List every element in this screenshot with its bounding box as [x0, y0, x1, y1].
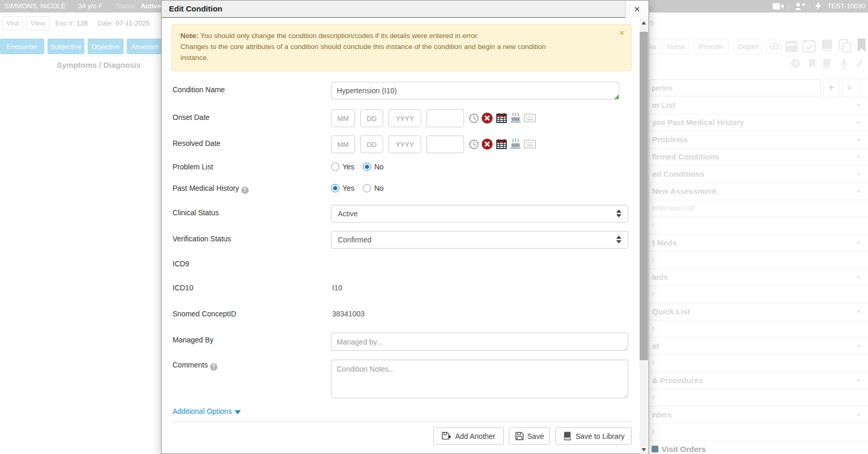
sidebar-item[interactable]: m List	[649, 97, 868, 114]
onset-age-input[interactable]	[426, 109, 464, 127]
sidebar-item[interactable]: r	[649, 321, 868, 338]
encounter-date: Date: 07-11-2025	[97, 19, 150, 27]
bookmark-icon[interactable]	[807, 58, 817, 69]
pmh-no-radio[interactable]	[363, 184, 371, 192]
onset-yyyy-input[interactable]	[388, 109, 421, 127]
calendar-icon[interactable]	[496, 113, 507, 123]
help-icon[interactable]: ?	[210, 363, 217, 371]
sidebar-item[interactable]: r	[649, 252, 868, 269]
pencil-icon[interactable]	[854, 58, 865, 69]
help-icon[interactable]: ?	[790, 58, 801, 69]
sidebar-item[interactable]: New Assessment	[649, 183, 868, 200]
video-camera-icon[interactable]	[773, 3, 784, 10]
tab-provider[interactable]: Provider	[694, 39, 729, 54]
orders-icon	[652, 446, 658, 452]
sidebar-item[interactable]: r	[649, 286, 868, 303]
tab-assessment[interactable]: Assessm	[127, 39, 163, 54]
resolved-dd-input[interactable]	[360, 136, 383, 153]
partial-button[interactable]	[861, 78, 868, 97]
sidebar-item[interactable]: yee Past Medical History	[649, 114, 868, 131]
sidebar-item[interactable]: st	[649, 338, 868, 355]
topbar-divider: |	[809, 2, 811, 10]
clear-date-icon[interactable]	[482, 113, 493, 124]
resolved-age-input[interactable]	[426, 136, 464, 153]
scroll-up-button[interactable]	[640, 18, 648, 27]
bookmark-icon[interactable]	[857, 39, 866, 53]
sidebar-item[interactable]: r	[649, 389, 868, 407]
sidebar-item-visit-orders[interactable]: Visit Orders	[649, 441, 868, 454]
lightning-bolt-icon[interactable]	[815, 2, 822, 10]
comments-textarea[interactable]	[331, 360, 628, 398]
collapse-all-button[interactable]: »	[842, 78, 858, 97]
save-button[interactable]: Save	[509, 427, 550, 445]
topbar-divider: |	[788, 2, 789, 10]
archive-box-icon[interactable]	[785, 40, 798, 53]
sidebar-item[interactable]: Quick List	[649, 303, 868, 321]
calendar-check-icon[interactable]	[802, 39, 816, 53]
additional-options-link[interactable]: Additional Options	[173, 407, 241, 415]
condition-name-input[interactable]	[331, 82, 619, 100]
view-button[interactable]: View	[26, 16, 50, 30]
sidebar-item[interactable]: r	[649, 424, 868, 441]
calendar-icon[interactable]	[496, 139, 507, 149]
problem-list-no-radio[interactable]	[363, 163, 371, 171]
keyboard-icon[interactable]	[524, 140, 536, 149]
add-another-button[interactable]: Add Another	[433, 427, 504, 445]
svg-text:?: ?	[793, 60, 797, 67]
arrow-up-icon	[642, 21, 646, 24]
book-icon[interactable]	[822, 58, 832, 69]
collapse-caret-icon	[857, 121, 861, 124]
sidebar-item[interactable]: t Meds	[649, 235, 868, 252]
pmh-yes-radio[interactable]	[331, 184, 339, 192]
keyboard-icon[interactable]	[524, 114, 536, 122]
autocomplete-corner-icon	[614, 94, 619, 99]
verification-status-select[interactable]: Confirmed	[331, 231, 628, 249]
problem-list-yes-label: Yes	[343, 163, 354, 171]
condition-name-label: Condition Name	[173, 85, 225, 94]
help-icon[interactable]: ?	[241, 187, 249, 194]
scroll-down-button[interactable]	[640, 445, 648, 454]
onset-mm-input[interactable]	[331, 109, 355, 127]
modal-scrollbar-thumb[interactable]	[640, 32, 648, 360]
tab-encounter[interactable]: Encounter	[0, 39, 44, 54]
add-person-icon[interactable]	[794, 2, 805, 10]
microphone-icon[interactable]	[839, 58, 849, 69]
book-icon[interactable]	[820, 39, 834, 53]
resolved-mm-input[interactable]	[331, 136, 355, 153]
close-button[interactable]: ✕	[625, 1, 649, 18]
clock-icon[interactable]	[469, 113, 479, 124]
tab-subjective[interactable]: Subjective	[47, 39, 84, 54]
sidebar-item[interactable]: & Procedures	[649, 372, 868, 389]
snomed-label: Snomed ConceptID	[173, 310, 236, 318]
sidebar-item[interactable]: ertension I10	[649, 200, 868, 217]
managed-by-input[interactable]	[331, 333, 628, 351]
birthday-cake-icon[interactable]	[510, 113, 521, 123]
clinical-status-select[interactable]: Active	[331, 205, 628, 223]
sidebar-item[interactable]: rders	[649, 407, 868, 424]
birthday-cake-icon[interactable]	[510, 139, 521, 149]
collapse-caret-icon	[857, 190, 861, 193]
eye-icon[interactable]	[766, 39, 782, 54]
visit-button[interactable]: Visit	[3, 16, 23, 30]
add-condition-button[interactable]: +	[823, 78, 839, 97]
sidebar-item[interactable]: r	[649, 217, 868, 235]
dismiss-note-button[interactable]: ×	[619, 29, 624, 36]
date-fragment: 5	[650, 19, 654, 27]
problem-list-yes-radio[interactable]	[331, 163, 339, 171]
resolved-yyyy-input[interactable]	[388, 136, 421, 153]
sidebar-item[interactable]: leds	[649, 269, 868, 286]
status-value: Active	[141, 2, 161, 10]
sidebar-item[interactable]: r	[649, 355, 868, 372]
tab-depart[interactable]: Depart	[733, 39, 763, 54]
tab-nurse[interactable]: Nurse	[663, 39, 689, 54]
copy-icon[interactable]	[838, 39, 852, 53]
sidebar-item[interactable]: firmed Conditions	[649, 149, 868, 166]
save-to-library-button[interactable]: Save to Library	[555, 427, 632, 445]
tab-objective[interactable]: Objective	[88, 39, 124, 54]
sidebar-item[interactable]: Problems	[649, 131, 868, 149]
condition-search-input[interactable]: perten	[650, 79, 821, 96]
clear-date-icon[interactable]	[482, 139, 493, 150]
sidebar-item[interactable]: ed Conditions	[649, 166, 868, 183]
onset-dd-input[interactable]	[360, 109, 383, 127]
clock-icon[interactable]	[469, 139, 479, 150]
